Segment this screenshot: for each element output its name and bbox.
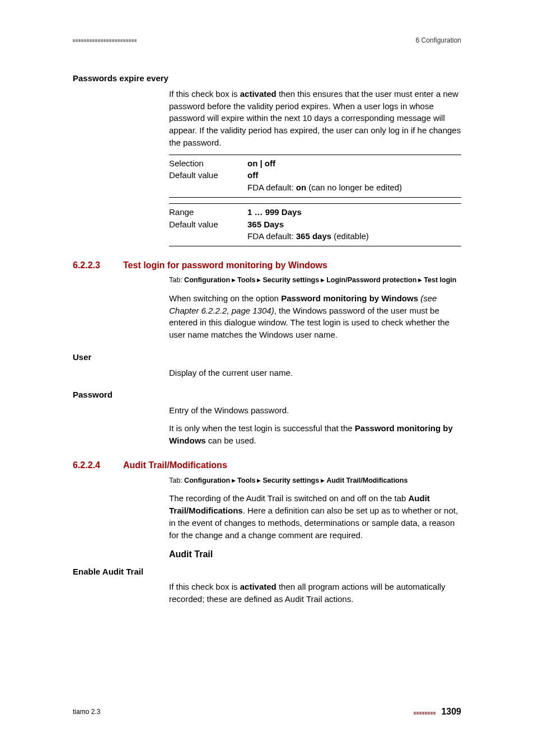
breadcrumb-item: Audit Trail/Modifications: [326, 477, 407, 484]
field-description: Entry of the Windows password.: [169, 404, 461, 417]
spec-table-range: Range 1 … 999 Days Default value 365 Day…: [169, 203, 461, 246]
spec-value: on | off: [247, 158, 275, 168]
text-bold: 365 days: [296, 231, 331, 241]
spec-table-selection: Selection on | off Default value off FDA…: [169, 155, 461, 198]
section-number: 6.2.2.3: [73, 259, 123, 272]
page-content: Passwords expire every If this check box…: [73, 72, 461, 605]
field-label-passwords-expire: Passwords expire every: [73, 72, 461, 85]
header-dashes: [73, 39, 137, 42]
spec-value: 365 Days: [247, 220, 284, 229]
breadcrumb-item: Tools: [237, 477, 255, 484]
text-bold: Password monitoring by Windows: [281, 293, 418, 303]
text: FDA default:: [247, 231, 296, 241]
section-6-2-2-3: 6.2.2.3 Test login for password monitori…: [73, 259, 461, 272]
footer-right: 1309: [414, 707, 461, 717]
product-name: tiamo 2.3: [73, 708, 100, 716]
section-paragraph: When switching on the option Password mo…: [169, 292, 461, 341]
text: (editable): [331, 231, 369, 241]
text: Tab:: [169, 276, 184, 284]
section-title: Test login for password monitoring by Wi…: [123, 259, 327, 272]
spec-note: FDA default: 365 days (editable): [247, 230, 461, 242]
spec-label: Default value: [169, 218, 247, 231]
text: Tab:: [169, 477, 184, 484]
text-bold: activated: [240, 89, 277, 99]
spec-label: Selection: [169, 157, 247, 170]
page-number: 1309: [441, 707, 461, 716]
field-description: If this check box is activated then all …: [169, 581, 461, 605]
page-footer: tiamo 2.3 1309: [73, 707, 461, 717]
subheading-audit-trail: Audit Trail: [169, 548, 461, 561]
chevron-right-icon: ▶: [418, 277, 422, 283]
field-description: It is only when the test login is succes…: [169, 422, 461, 447]
text: When switching on the option: [169, 293, 281, 303]
field-label-enable-audit-trail: Enable Audit Trail: [73, 566, 461, 578]
spec-label: Range: [169, 206, 247, 218]
chevron-right-icon: ▶: [232, 478, 236, 483]
section-number: 6.2.2.4: [73, 459, 123, 472]
breadcrumb-item: Test login: [424, 276, 456, 284]
breadcrumb-item: Configuration: [184, 477, 230, 484]
tab-path: Tab: Configuration▶Tools▶Security settin…: [169, 275, 461, 286]
page-header: 6 Configuration: [73, 36, 461, 44]
chapter-label: 6 Configuration: [416, 36, 461, 44]
text-bold: on: [296, 183, 306, 192]
field-label-user: User: [73, 351, 461, 363]
chevron-right-icon: ▶: [232, 277, 236, 283]
chevron-right-icon: ▶: [321, 478, 325, 483]
chevron-right-icon: ▶: [257, 478, 261, 483]
text: (can no longer be edited): [306, 183, 402, 192]
text: If this check box is: [169, 89, 240, 99]
breadcrumb-item: Security settings: [263, 477, 319, 484]
breadcrumb-item: Login/Password protection: [326, 276, 416, 284]
text: The recording of the Audit Trail is swit…: [169, 493, 409, 503]
spec-label: Default value: [169, 169, 247, 181]
breadcrumb-item: Configuration: [184, 276, 230, 284]
text: FDA default:: [247, 183, 296, 192]
text: It is only when the test login is succes…: [169, 423, 355, 433]
chevron-right-icon: ▶: [257, 277, 261, 283]
breadcrumb-item: Tools: [237, 276, 255, 284]
chevron-right-icon: ▶: [321, 277, 325, 283]
section-title: Audit Trail/Modifications: [123, 459, 227, 472]
field-description: If this check box is activated then this…: [169, 88, 461, 149]
text: If this check box is: [169, 582, 240, 591]
section-6-2-2-4: 6.2.2.4 Audit Trail/Modifications: [73, 459, 461, 472]
footer-dashes: [414, 708, 438, 716]
spec-note: FDA default: on (can no longer be edited…: [247, 181, 461, 194]
field-description: Display of the current user name.: [169, 367, 461, 379]
section-paragraph: The recording of the Audit Trail is swit…: [169, 492, 461, 541]
text-bold: activated: [240, 582, 277, 591]
breadcrumb-item: Security settings: [263, 276, 319, 284]
tab-path: Tab: Configuration▶Tools▶Security settin…: [169, 475, 461, 486]
spec-value: 1 … 999 Days: [247, 207, 302, 217]
spec-value: off: [247, 170, 258, 180]
field-label-password: Password: [73, 389, 461, 401]
text: can be used.: [206, 436, 256, 445]
